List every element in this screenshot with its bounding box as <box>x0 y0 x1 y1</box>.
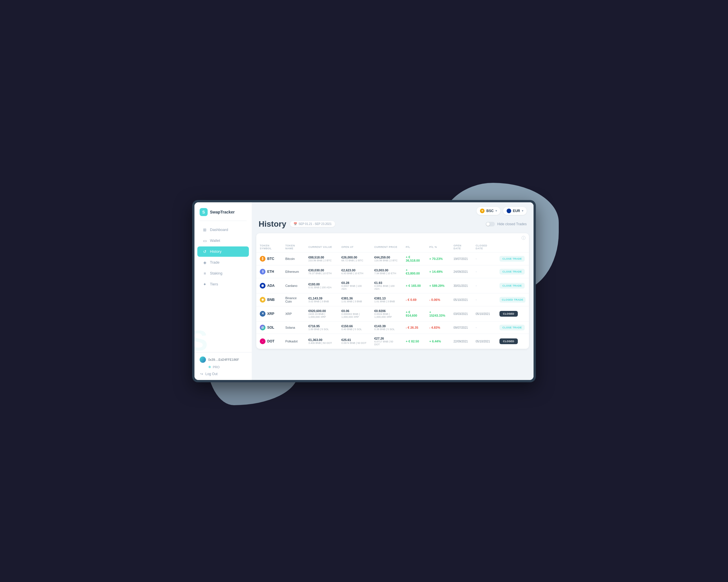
sidebar-label-trade: Trade <box>210 260 219 264</box>
sidebar-item-tiers[interactable]: ✦ Tiers <box>197 279 249 289</box>
network-selector[interactable]: B BSC ▾ <box>476 207 500 215</box>
cell-closed-date-3: - <box>472 293 496 306</box>
cell-current-value-6: €1,363.003.406 BNB | 50 DOT <box>305 333 338 349</box>
sidebar-item-staking[interactable]: ≡ Staking <box>197 268 249 279</box>
token-symbol-cell: ◎ SOL <box>260 325 278 330</box>
cell-open-at-1: €2,623.006.93 BNB | 10 ETH <box>338 265 371 278</box>
cell-open-date-6: 22/09/2021 <box>450 333 472 349</box>
cell-current-value-3: €1,143.393.02 BNB | 3 BNB <box>305 293 338 306</box>
cell-pnl-pct-2: + 589.29% <box>426 278 450 293</box>
table-info-row: ⓘ <box>256 233 529 242</box>
cell-open-at-5: €150.660.40 BNB | 5 SOL <box>338 321 371 333</box>
token-symbol-cell: ₿ BTC <box>260 256 278 262</box>
currency-selector[interactable]: EUR ▾ <box>503 207 527 215</box>
cell-action-4: CLOSED <box>496 306 529 321</box>
cell-closed-date-4: 05/10/2021 <box>472 306 496 321</box>
closed-trade-button[interactable]: CLOSED TRADE <box>499 297 525 303</box>
calendar-icon: 📅 <box>293 222 297 226</box>
logo-text: SwapTracker <box>210 210 235 214</box>
closed-button[interactable]: CLOSED <box>499 338 518 344</box>
cell-token-name-1: Ethereum <box>282 265 305 278</box>
sidebar-item-wallet[interactable]: ▭ Wallet <box>197 235 249 246</box>
col-pnl-pct: P/L % <box>426 242 450 252</box>
cell-current-value-2: €193.000.51 BNB | 100 ADA <box>305 278 338 293</box>
cell-action-6: CLOSED <box>496 333 529 349</box>
pro-icon: ❋ <box>208 365 211 369</box>
cell-open-date-0: 19/07/2021 <box>450 252 472 265</box>
cell-closed-date-0: - <box>472 252 496 265</box>
table-header-row: TOKEN SYMBOL TOKEN NAME CURRENT VALUE OP… <box>256 242 529 252</box>
cell-pnl-5: - € 26.35 <box>402 321 426 333</box>
cell-action-1: CLOSE TRADE <box>496 265 529 278</box>
sidebar-label-tiers: Tiers <box>210 282 218 286</box>
staking-icon: ≡ <box>203 271 207 276</box>
token-symbol-cell: · DOT <box>260 338 278 344</box>
cell-current-price-5: €143.390.38 BNB | 5 SOL <box>371 321 402 333</box>
col-current-price: CURRENT PRICE <box>371 242 402 252</box>
top-bar: B BSC ▾ EUR ▾ <box>252 202 534 220</box>
cell-current-price-0: €44,259.00116.98 BNB | 2 BTC <box>371 252 402 265</box>
watermark: S <box>194 324 207 357</box>
page-title: History <box>259 220 286 229</box>
col-open-at: OPEN AT <box>338 242 371 252</box>
token-icon: ₿ <box>260 256 265 262</box>
cell-token-symbol-1: ⟠ ETH <box>256 265 282 278</box>
sidebar-item-trade[interactable]: ◈ Trade <box>197 257 249 268</box>
cell-pnl-pct-3: - 0.06% <box>426 293 450 306</box>
cell-action-3: CLOSED TRADE <box>496 293 529 306</box>
cell-token-symbol-0: ₿ BTC <box>256 252 282 265</box>
col-pnl: P/L <box>402 242 426 252</box>
cell-token-symbol-3: ◆ BNB <box>256 293 282 306</box>
sidebar-item-history[interactable]: ↺ History <box>197 247 249 257</box>
cell-pnl-1: + €3,800.00 <box>402 265 426 278</box>
logout-button[interactable]: ↪ Log Out <box>200 371 246 376</box>
close-trade-button[interactable]: CLOSE TRADE <box>499 269 525 275</box>
currency-flag <box>506 209 511 213</box>
cell-action-2: CLOSE TRADE <box>496 278 529 293</box>
cell-pnl-pct-0: + 70.23% <box>426 252 450 265</box>
cell-open-at-4: €0.060.000002 BNB | 1,000,000 XRP <box>338 306 371 321</box>
cell-pnl-3: - € 0.69 <box>402 293 426 306</box>
cell-open-date-3: 05/10/2021 <box>450 293 472 306</box>
cell-pnl-pct-1: + 14.49% <box>426 265 450 278</box>
close-trade-button[interactable]: CLOSE TRADE <box>499 283 525 288</box>
close-trade-button[interactable]: CLOSE TRADE <box>499 256 525 262</box>
date-badge[interactable]: 📅 SEP 01.21 - SEP 23.2021 <box>290 221 335 227</box>
cell-open-at-0: €26,000.0068.72 BNB | 2 BTC <box>338 252 371 265</box>
cell-token-name-4: XRP <box>282 306 305 321</box>
cell-action-5: CLOSE TRADE <box>496 321 529 333</box>
table-row: ◆ BNB Binance Coin€1,143.393.02 BNB | 3 … <box>256 293 529 306</box>
table-row: ✕ XRP XRP€920,600.002433.19 BNB | 1,000,… <box>256 306 529 321</box>
token-symbol-cell: ⟠ ETH <box>260 269 278 275</box>
hide-closed-area: Hide closed Trades <box>486 222 527 226</box>
cell-current-price-6: €27.266.0717 BNB | 50 DOT <box>371 333 402 349</box>
device-frame: S SwapTracker ⊞ Dashboard ▭ Wallet ↺ His… <box>192 200 536 382</box>
table-row: ₿ BTC Bitcoin€88,518.00233.96 BNB | 2 BT… <box>256 252 529 265</box>
table-row: ◉ ADA Cardano€193.000.51 BNB | 100 ADA€0… <box>256 278 529 293</box>
hide-closed-toggle[interactable] <box>486 222 495 226</box>
cell-current-value-1: €30,030.0079.37 BNB | 10 ETH <box>305 265 338 278</box>
closed-button[interactable]: CLOSED <box>499 311 518 317</box>
trades-table-container: ⓘ TOKEN SYMBOL TOKEN NAME CURRENT VALUE … <box>256 233 529 349</box>
token-icon: · <box>260 338 265 344</box>
cell-open-at-2: €0.280.0007 BNB | 100 ADA <box>338 278 371 293</box>
cell-pnl-pct-5: - 4.83% <box>426 321 450 333</box>
token-symbol-cell: ✕ XRP <box>260 311 278 317</box>
cell-closed-date-6: 05/10/2021 <box>472 333 496 349</box>
col-open-date: OPEN DATE <box>450 242 472 252</box>
close-trade-button[interactable]: CLOSE TRADE <box>499 325 525 330</box>
cell-current-value-0: €88,518.00233.96 BNB | 2 BTC <box>305 252 338 265</box>
token-icon: ◎ <box>260 325 265 330</box>
table-row: ⟠ ETH Ethereum€30,030.0079.37 BNB | 10 E… <box>256 265 529 278</box>
token-symbol-cell: ◉ ADA <box>260 283 278 288</box>
sidebar-item-dashboard[interactable]: ⊞ Dashboard <box>197 225 249 235</box>
network-icon: B <box>480 209 485 213</box>
cell-current-price-3: €381.131.01 BNB | 3 BNB <box>371 293 402 306</box>
logo-icon: S <box>200 208 208 216</box>
user-avatar <box>200 356 206 363</box>
cell-open-date-1: 24/09/2021 <box>450 265 472 278</box>
main-content: B BSC ▾ EUR ▾ History <box>252 202 534 380</box>
wallet-icon: ▭ <box>203 238 207 243</box>
cell-current-price-2: €1.930.0051 BNB | 100 ADA <box>371 278 402 293</box>
info-icon[interactable]: ⓘ <box>521 235 525 241</box>
